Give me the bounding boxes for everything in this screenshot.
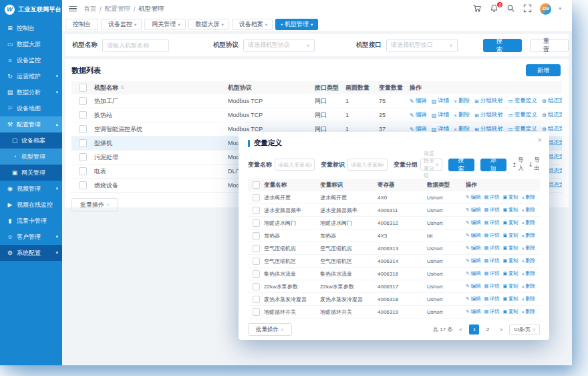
edit-action[interactable]: ✎编辑: [466, 296, 480, 302]
sidebar-item[interactable]: ▮ 流量卡管理: [0, 213, 62, 229]
tab[interactable]: 设备档案 ▾: [232, 19, 273, 30]
detail-action[interactable]: ▤详情: [484, 283, 499, 290]
row-checkbox[interactable]: [253, 219, 260, 227]
select-all-checkbox[interactable]: [253, 181, 260, 189]
sidebar-item[interactable]: ◔ 机型管理: [0, 149, 62, 165]
tab[interactable]: 数据大屏 ▾: [188, 19, 229, 30]
breadcrumb-home[interactable]: 首页: [84, 5, 96, 13]
sidebar-item[interactable]: ▣ 网关管理: [0, 165, 62, 181]
next-page-button[interactable]: >: [496, 324, 506, 335]
delete-action[interactable]: ×删除: [454, 97, 470, 105]
close-icon[interactable]: ×: [538, 136, 542, 144]
tab[interactable]: 控制台: [65, 19, 98, 30]
tab-caret-icon[interactable]: ▾: [311, 22, 313, 27]
variable-name-input[interactable]: [275, 159, 315, 171]
detail-action[interactable]: ▤详情: [432, 111, 450, 119]
row-checkbox[interactable]: [253, 194, 260, 201]
user-menu-caret-icon[interactable]: ▾: [559, 6, 561, 11]
sidebar-item[interactable]: ◉ 视频管理 ▾: [0, 181, 62, 197]
variable-define-action[interactable]: ≔变量定义: [508, 111, 537, 119]
delete-action[interactable]: ×删除: [522, 283, 536, 290]
edit-action[interactable]: ✎编辑: [466, 245, 480, 252]
sidebar-item[interactable]: ⚒ 配置管理 ▴: [0, 116, 62, 132]
breadcrumb-config[interactable]: 配置管理: [105, 5, 130, 13]
search-button[interactable]: 搜索: [483, 39, 522, 52]
select-all-checkbox[interactable]: [79, 84, 87, 92]
row-checkbox[interactable]: [79, 97, 87, 105]
sidebar-item[interactable]: ▭ 数据大屏: [0, 36, 62, 52]
tab[interactable]: 设备监控 ▾: [101, 19, 142, 30]
delete-action[interactable]: ×删除: [522, 308, 536, 315]
delete-action[interactable]: ×删除: [522, 270, 536, 277]
copy-action[interactable]: ▣复制: [503, 296, 519, 302]
reset-button[interactable]: 重置: [530, 39, 569, 52]
row-checkbox[interactable]: [253, 258, 260, 265]
prev-page-button[interactable]: <: [456, 324, 466, 335]
row-checkbox[interactable]: [79, 153, 87, 161]
sidebar-item[interactable]: ⚐ 设备地图: [0, 100, 62, 116]
tab[interactable]: ● 机型管理 ▾: [275, 19, 318, 30]
detail-action[interactable]: ▤详情: [484, 194, 499, 201]
sidebar-item[interactable]: ▤ 数据分析 ▾: [0, 84, 62, 100]
detail-action[interactable]: ▤详情: [484, 245, 499, 252]
import-link[interactable]: ↥导入: [512, 157, 524, 173]
user-avatar[interactable]: SZW: [540, 3, 551, 15]
sidebar-item[interactable]: ↻ 运营维护 ▾: [0, 68, 62, 84]
row-checkbox[interactable]: [253, 308, 260, 316]
row-checkbox[interactable]: [253, 232, 260, 240]
config-define-action[interactable]: ⚙组态定义: [542, 97, 562, 105]
copy-action[interactable]: ▣复制: [503, 258, 519, 264]
variable-group-select[interactable]: 请选择变量分组 ∨: [420, 159, 442, 171]
row-checkbox[interactable]: [253, 283, 260, 290]
edit-action[interactable]: ✎编辑: [410, 97, 427, 105]
export-link[interactable]: ↧导出: [529, 157, 540, 173]
edit-action[interactable]: ✎编辑: [466, 232, 480, 239]
detail-action[interactable]: ▤详情: [432, 97, 450, 105]
search-icon[interactable]: [506, 4, 516, 13]
group-mapping-action[interactable]: ⊞分组映射: [474, 111, 503, 119]
per-page-select[interactable]: 10条/页 ∨: [509, 324, 540, 335]
detail-action[interactable]: ▤详情: [484, 270, 499, 277]
row-checkbox[interactable]: [79, 181, 87, 189]
delete-action[interactable]: ×删除: [522, 232, 536, 239]
edit-action[interactable]: ✎编辑: [466, 194, 480, 201]
sidebar-item[interactable]: ☺ 客户管理 ▾: [0, 229, 62, 245]
row-checkbox[interactable]: [253, 270, 260, 278]
delete-action[interactable]: ×删除: [522, 296, 536, 302]
tab-caret-icon[interactable]: ▾: [265, 22, 267, 27]
row-checkbox[interactable]: [253, 207, 260, 214]
row-checkbox[interactable]: [79, 167, 87, 175]
tab[interactable]: 网关管理 ▾: [144, 19, 185, 30]
detail-action[interactable]: ▤详情: [484, 296, 499, 302]
tab-caret-icon[interactable]: ▾: [178, 22, 180, 27]
row-checkbox[interactable]: [253, 245, 260, 252]
detail-action[interactable]: ▤详情: [484, 207, 499, 213]
sidebar-item[interactable]: ▢ 设备档案: [0, 132, 62, 149]
delete-action[interactable]: ×删除: [522, 245, 536, 252]
sidebar-item[interactable]: ⚙ 系统配置 ▾: [0, 245, 62, 261]
detail-action[interactable]: ▤详情: [484, 258, 499, 264]
edit-action[interactable]: ✎编辑: [466, 258, 480, 264]
model-interface-select[interactable]: 请选择机型接口 ∨: [386, 39, 458, 52]
row-checkbox[interactable]: [79, 125, 87, 133]
delete-action[interactable]: ×删除: [454, 111, 470, 119]
config-define-action[interactable]: ⚙组态定义: [542, 111, 562, 119]
delete-action[interactable]: ×删除: [522, 194, 536, 201]
sidebar-item[interactable]: ⊞ 控制台: [0, 20, 62, 36]
copy-action[interactable]: ▣复制: [503, 207, 519, 213]
edit-action[interactable]: ✎编辑: [466, 270, 480, 277]
edit-action[interactable]: ✎编辑: [410, 111, 427, 119]
sidebar-item[interactable]: ≡ 设备监控: [0, 52, 62, 68]
delete-action[interactable]: ×删除: [522, 219, 536, 226]
copy-action[interactable]: ▣复制: [503, 232, 519, 239]
page-1-button[interactable]: 1: [469, 324, 479, 335]
edit-action[interactable]: ✎编辑: [466, 308, 480, 315]
group-mapping-action[interactable]: ⊞分组映射: [474, 97, 503, 105]
sort-icon[interactable]: ⇅: [120, 85, 124, 90]
edit-action[interactable]: ✎编辑: [466, 207, 480, 213]
delete-action[interactable]: ×删除: [522, 207, 536, 213]
model-protocol-select[interactable]: 请选择机型协议 ∨: [243, 39, 315, 52]
edit-action[interactable]: ✎编辑: [466, 283, 480, 290]
detail-action[interactable]: ▤详情: [484, 219, 499, 226]
tab-caret-icon[interactable]: ▾: [134, 22, 136, 27]
